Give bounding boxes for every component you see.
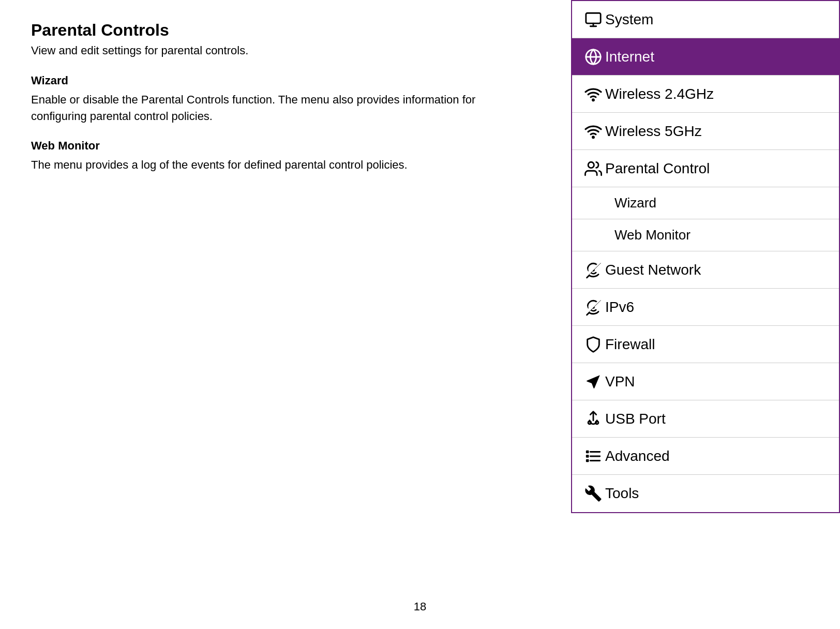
wifi-5-icon: [581, 123, 605, 140]
monitor-icon: [581, 11, 605, 28]
sidebar-item-firewall[interactable]: Firewall: [572, 326, 839, 363]
sidebar-item-web-monitor[interactable]: Web Monitor: [572, 219, 839, 251]
shield-icon: [581, 336, 605, 353]
page-subtitle: View and edit settings for parental cont…: [31, 44, 512, 57]
sidebar-item-label-wireless-5: Wireless 5GHz: [605, 123, 702, 140]
wizard-heading: Wizard: [31, 74, 512, 87]
sidebar-item-advanced[interactable]: Advanced: [572, 438, 839, 475]
sidebar-item-label-parental-control: Parental Control: [605, 160, 710, 177]
users-icon: [581, 160, 605, 177]
sidebar-item-label-advanced: Advanced: [605, 448, 670, 465]
guest-network-icon: [581, 261, 605, 279]
sidebar-item-label-tools: Tools: [605, 485, 639, 502]
sidebar-item-tools[interactable]: Tools: [572, 475, 839, 512]
svg-rect-15: [587, 451, 588, 453]
sidebar-item-label-web-monitor: Web Monitor: [614, 227, 691, 243]
sidebar-item-parental-control[interactable]: Parental Control: [572, 150, 839, 187]
sidebar: System Internet Wireless 2.4GHz: [571, 0, 840, 513]
sidebar-item-wireless-24[interactable]: Wireless 2.4GHz: [572, 76, 839, 113]
sidebar-item-ipv6[interactable]: IPv6: [572, 289, 839, 326]
wizard-body: Enable or disable the Parental Controls …: [31, 92, 512, 125]
list-icon: [581, 447, 605, 465]
sidebar-item-label-ipv6: IPv6: [605, 299, 634, 316]
wifi-24-icon: [581, 85, 605, 103]
sidebar-item-system[interactable]: System: [572, 1, 839, 38]
sidebar-item-internet[interactable]: Internet: [572, 38, 839, 76]
page-number: 18: [414, 600, 426, 613]
web-monitor-heading: Web Monitor: [31, 139, 512, 153]
sidebar-item-vpn[interactable]: VPN: [572, 363, 839, 400]
web-monitor-section: Web Monitor The menu provides a log of t…: [31, 139, 512, 173]
main-content: Parental Controls View and edit settings…: [0, 0, 543, 208]
globe-icon: [581, 48, 605, 66]
web-monitor-body: The menu provides a log of the events fo…: [31, 157, 512, 173]
sidebar-item-label-guest-network: Guest Network: [605, 262, 701, 278]
sidebar-item-guest-network[interactable]: Guest Network: [572, 251, 839, 289]
tools-icon: [581, 485, 605, 502]
sidebar-item-label-system: System: [605, 11, 653, 28]
sidebar-item-label-wizard: Wizard: [614, 195, 656, 211]
sidebar-item-label-firewall: Firewall: [605, 336, 655, 353]
svg-point-7: [588, 162, 594, 168]
sidebar-item-usb-port[interactable]: USB Port: [572, 400, 839, 438]
svg-rect-17: [587, 460, 588, 461]
svg-rect-16: [587, 455, 588, 457]
svg-rect-0: [586, 13, 601, 23]
sidebar-item-wireless-5[interactable]: Wireless 5GHz: [572, 113, 839, 150]
page-title: Parental Controls: [31, 21, 512, 40]
sidebar-item-label-wireless-24: Wireless 2.4GHz: [605, 86, 714, 102]
ipv6-icon: [581, 298, 605, 316]
usb-icon: [581, 410, 605, 428]
sidebar-item-wizard[interactable]: Wizard: [572, 187, 839, 219]
vpn-icon: [581, 373, 605, 391]
wizard-section: Wizard Enable or disable the Parental Co…: [31, 74, 512, 125]
sidebar-item-label-vpn: VPN: [605, 373, 635, 390]
sidebar-item-label-usb-port: USB Port: [605, 411, 666, 427]
sidebar-item-label-internet: Internet: [605, 49, 654, 65]
svg-point-6: [593, 136, 594, 138]
svg-point-5: [593, 99, 594, 100]
